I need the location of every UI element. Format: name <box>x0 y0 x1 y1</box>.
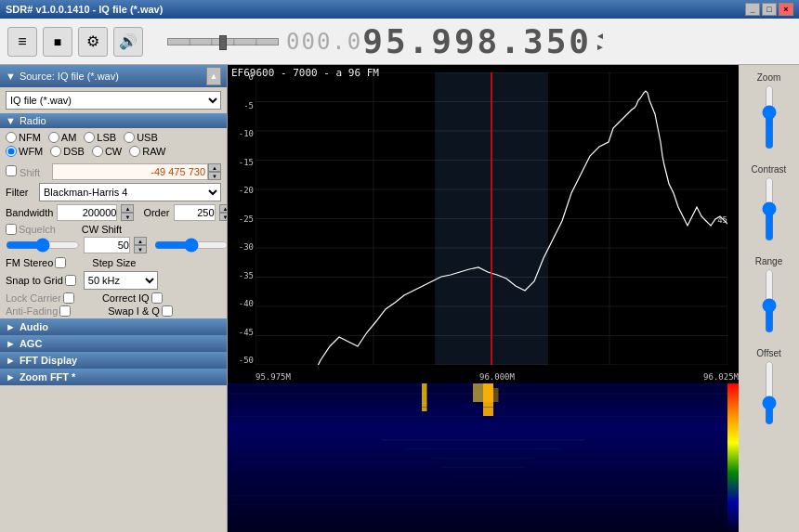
svg-rect-40 <box>228 513 739 514</box>
step-size-label[interactable]: Step Size <box>92 257 136 268</box>
am-radio-label[interactable]: AM <box>48 132 77 143</box>
zoom-label: Zoom <box>757 72 781 83</box>
source-select[interactable]: IQ file (*.wav) <box>6 91 221 110</box>
shift-checkbox[interactable] <box>6 165 17 176</box>
am-radio[interactable] <box>48 132 59 143</box>
bw-input[interactable] <box>57 204 117 221</box>
minimize-button[interactable]: _ <box>745 3 760 16</box>
snap-text: Snap to Grid <box>6 275 63 286</box>
radio-row-1: NFM AM LSB USB <box>6 132 221 143</box>
audio-section-header[interactable]: ► Audio <box>0 318 227 335</box>
squelch-checkbox[interactable] <box>6 224 17 235</box>
snap-label[interactable]: Snap to Grid <box>6 275 76 286</box>
source-header[interactable]: ▼ Source: IQ file (*.wav) ▲ <box>0 65 227 87</box>
fm-stereo-label[interactable]: FM Stereo <box>6 257 66 268</box>
right-controls-panel: Zoom Contrast Range Offset <box>739 65 799 532</box>
offset-slider-container <box>760 360 779 435</box>
shift-input[interactable] <box>52 163 208 180</box>
range-slider[interactable] <box>760 268 779 333</box>
swap-iq-checkbox[interactable] <box>162 305 173 317</box>
svg-rect-30 <box>228 425 739 426</box>
settings-button[interactable]: ⚙ <box>78 27 108 57</box>
bw-spin: ▲ ▼ <box>121 204 134 221</box>
bw-label: Bandwidth <box>6 207 53 218</box>
offset-slider[interactable] <box>760 360 779 425</box>
snap-select[interactable]: 50 kHz <box>84 271 158 290</box>
radio-modes: NFM AM LSB USB WFM <box>0 128 227 163</box>
range-slider-container <box>760 268 779 343</box>
filter-select[interactable]: Blackman-Harris 4 <box>39 183 221 201</box>
snap-checkbox[interactable] <box>65 275 76 286</box>
squelch-up-btn[interactable]: ▲ <box>134 237 147 245</box>
lsb-label: LSB <box>97 132 116 143</box>
usb-radio-label[interactable]: USB <box>124 132 158 143</box>
correct-iq-checkbox[interactable] <box>151 292 163 304</box>
zoom-fft-section-header[interactable]: ► Zoom FFT * <box>0 369 227 385</box>
order-input[interactable] <box>174 204 216 221</box>
squelch-down-btn[interactable]: ▼ <box>134 245 147 253</box>
y-label-30: -30 <box>228 242 255 252</box>
raw-radio-label[interactable]: RAW <box>129 146 165 157</box>
lock-carrier-label[interactable]: Lock Carrier <box>6 292 74 304</box>
cw-radio-label[interactable]: CW <box>92 146 122 157</box>
close-button[interactable]: × <box>779 3 793 16</box>
y-label-45: -45 <box>228 328 255 337</box>
bw-up-btn[interactable]: ▲ <box>121 204 134 213</box>
order-down-btn[interactable]: ▼ <box>219 213 229 221</box>
wfm-radio-label[interactable]: WFM <box>6 146 43 157</box>
waterfall-area[interactable] <box>228 383 739 532</box>
maximize-button[interactable]: □ <box>762 3 777 16</box>
nfm-radio-label[interactable]: NFM <box>6 132 41 143</box>
shift-up-btn[interactable]: ▲ <box>208 163 221 172</box>
freq-down-arrow[interactable]: ► <box>596 42 605 53</box>
y-label-0: 0 <box>228 72 255 82</box>
menu-button[interactable]: ≡ <box>7 27 37 57</box>
zoom-slider[interactable] <box>760 84 779 149</box>
lsb-radio[interactable] <box>84 132 95 143</box>
audio-button[interactable]: 🔊 <box>113 27 143 57</box>
lock-carrier-checkbox[interactable] <box>63 292 74 304</box>
anti-fading-label[interactable]: Anti-Fading <box>6 305 71 317</box>
dsb-radio[interactable] <box>50 146 61 157</box>
lsb-radio-label[interactable]: LSB <box>84 132 116 143</box>
usb-radio[interactable] <box>124 132 135 143</box>
agc-section-header[interactable]: ► AGC <box>0 335 227 352</box>
squelch-value[interactable] <box>84 237 130 253</box>
fm-stereo-checkbox[interactable] <box>55 257 66 268</box>
wfm-label: WFM <box>19 146 43 157</box>
freq-main: 95.998.350 <box>362 22 592 60</box>
shift-row: Shift ▲ ▼ <box>0 163 227 180</box>
source-scroll-btn[interactable]: ▲ <box>206 67 221 85</box>
spectrum-area[interactable]: EF69600 - 7000 - a 96 FM 0 -5 -10 -15 -2… <box>228 65 739 383</box>
swap-iq-label[interactable]: Swap I & Q <box>108 305 173 317</box>
y-axis: 0 -5 -10 -15 -20 -25 -30 -35 -40 -45 -50 <box>228 65 255 365</box>
fft-section-header[interactable]: ► FFT Display <box>0 352 227 369</box>
cw-shift-label: CW Shift <box>82 224 122 235</box>
contrast-slider-container <box>760 176 779 251</box>
freq-up-arrow[interactable]: ◄ <box>596 31 605 42</box>
nfm-radio[interactable] <box>6 132 17 143</box>
app-title: SDR# v1.0.0.1410 - IQ file (*.wav) <box>6 4 163 15</box>
order-up-btn[interactable]: ▲ <box>219 204 229 213</box>
squelch-label[interactable]: Squelch <box>6 224 56 235</box>
bw-down-btn[interactable]: ▼ <box>121 213 134 221</box>
stop-icon: ■ <box>54 34 61 49</box>
dsb-label: DSB <box>63 146 85 157</box>
raw-radio[interactable] <box>129 146 140 157</box>
contrast-slider[interactable] <box>760 176 779 241</box>
fm-stereo-text: FM Stereo <box>6 257 53 268</box>
stop-button[interactable]: ■ <box>43 27 72 57</box>
squelch-slider[interactable] <box>6 239 80 252</box>
correct-iq-label[interactable]: Correct IQ <box>102 292 163 304</box>
cw-radio[interactable] <box>92 146 103 157</box>
radio-header[interactable]: ▼ Radio <box>0 113 227 128</box>
tuner-slider[interactable]: | | | | <box>167 38 279 45</box>
wfm-radio[interactable] <box>6 146 17 157</box>
waterfall-color-scale <box>727 383 739 532</box>
anti-fading-checkbox[interactable] <box>59 305 71 317</box>
cw-shift-slider[interactable] <box>154 239 228 252</box>
zoom-fft-collapse-arrow: ► <box>6 371 16 383</box>
shift-down-btn[interactable]: ▼ <box>208 172 221 180</box>
dsb-radio-label[interactable]: DSB <box>50 146 85 157</box>
shift-text: Shift <box>20 167 40 178</box>
